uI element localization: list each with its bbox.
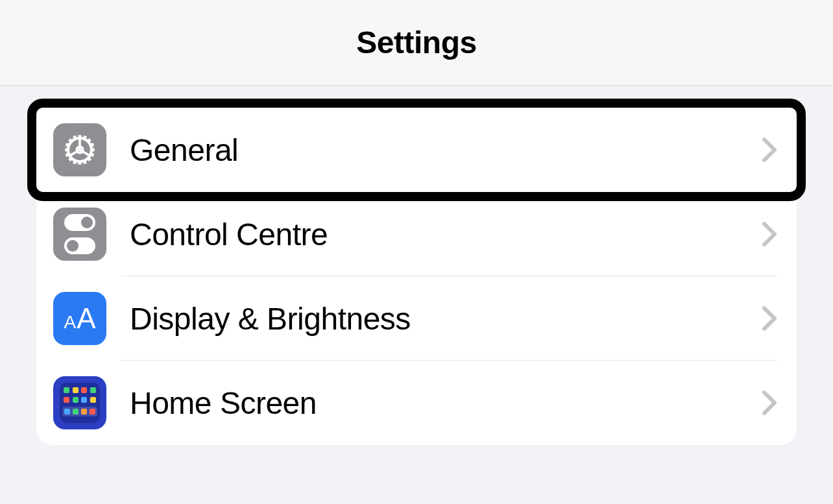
row-label: Display & Brightness bbox=[130, 301, 762, 337]
chevron-right-icon bbox=[762, 137, 777, 163]
text-size-icon: AA bbox=[53, 292, 106, 345]
svg-line-18 bbox=[66, 154, 69, 155]
settings-list: General Control Centre AA bbox=[36, 99, 797, 445]
page-title: Settings bbox=[356, 25, 476, 60]
svg-line-16 bbox=[84, 161, 85, 164]
svg-line-12 bbox=[88, 139, 91, 142]
settings-list-container: General Control Centre AA bbox=[0, 86, 833, 445]
gear-icon bbox=[53, 123, 106, 176]
row-label: Control Centre bbox=[130, 217, 762, 252]
svg-line-15 bbox=[75, 161, 75, 164]
svg-line-17 bbox=[66, 145, 69, 145]
chevron-right-icon bbox=[762, 390, 777, 416]
svg-line-20 bbox=[91, 154, 94, 155]
row-home-screen[interactable]: Home Screen bbox=[36, 361, 797, 445]
svg-line-14 bbox=[84, 136, 85, 139]
chevron-right-icon bbox=[762, 306, 777, 331]
home-screen-icon bbox=[53, 376, 106, 429]
svg-line-19 bbox=[91, 145, 94, 145]
row-display-brightness[interactable]: AA Display & Brightness bbox=[36, 276, 797, 361]
header: Settings bbox=[0, 0, 833, 86]
row-general[interactable]: General bbox=[27, 99, 806, 201]
toggles-icon bbox=[53, 208, 106, 261]
svg-line-11 bbox=[69, 158, 72, 161]
svg-line-13 bbox=[75, 136, 75, 139]
row-control-centre[interactable]: Control Centre bbox=[36, 192, 797, 276]
row-label: General bbox=[130, 132, 762, 168]
row-label: Home Screen bbox=[130, 385, 762, 421]
svg-line-10 bbox=[88, 158, 91, 161]
chevron-right-icon bbox=[762, 221, 777, 247]
svg-line-9 bbox=[69, 139, 72, 142]
